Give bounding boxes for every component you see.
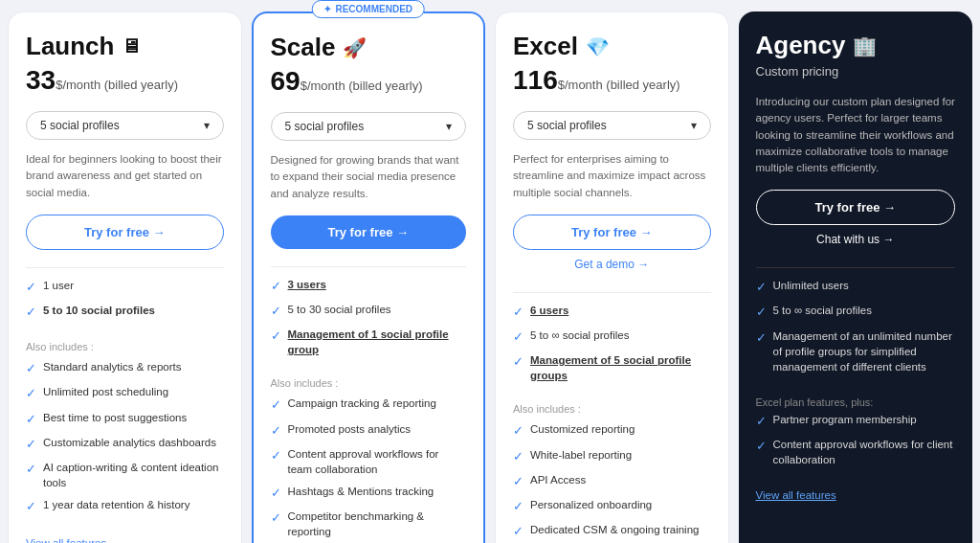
check-icon: ✓	[513, 328, 523, 346]
try-btn-launch[interactable]: Try for free →	[26, 215, 224, 250]
plan-name-launch: Launch 🖥	[26, 32, 224, 61]
list-item: ✓Competitor benchmarking & reporting	[271, 509, 467, 539]
star-icon: ✦	[323, 4, 331, 14]
list-item: ✓Unlimited post scheduling	[26, 384, 224, 402]
profiles-dropdown-scale[interactable]: 5 social profiles ▾	[271, 112, 467, 141]
check-icon: ✓	[271, 485, 281, 502]
plan-price-launch: 33$/month (billed yearly)	[26, 65, 224, 96]
list-item: ✓1 user	[26, 278, 224, 296]
list-item: ✓Content approval workflows for client c…	[756, 437, 956, 467]
additional-features-launch: ✓Standard analytics & reports ✓Unlimited…	[26, 359, 224, 522]
check-icon: ✓	[271, 447, 281, 464]
plan-name-scale: Scale 🚀	[271, 33, 467, 62]
pricing-grid: Launch 🖥 33$/month (billed yearly) 5 soc…	[8, 11, 972, 543]
list-item: ✓6 users	[513, 303, 711, 321]
check-icon: ✓	[271, 396, 281, 414]
check-icon: ✓	[271, 278, 281, 295]
chevron-down-icon: ▾	[204, 119, 210, 132]
agency-icon: 🏢	[853, 34, 877, 57]
list-item: ✓Best time to post suggestions	[26, 410, 224, 428]
list-item: ✓Standard analytics & reports	[26, 359, 224, 377]
try-btn-excel[interactable]: Try for free →	[513, 215, 711, 250]
plan-description-scale: Designed for growing brands that want to…	[271, 152, 467, 202]
list-item: ✓AI caption-writing & content ideation t…	[26, 460, 224, 490]
core-features-launch: ✓1 user ✓5 to 10 social profiles	[26, 278, 224, 328]
list-item: ✓Management of 5 social profile groups	[513, 352, 711, 383]
recommended-badge: ✦ RECOMMENDED	[311, 0, 425, 18]
list-item: ✓Partner program membership	[756, 412, 956, 430]
check-icon: ✓	[513, 498, 523, 515]
list-item: ✓5 to 30 social profiles	[271, 302, 467, 320]
check-icon: ✓	[271, 303, 281, 320]
core-features-excel: ✓6 users ✓5 to ∞ social profiles ✓Manage…	[513, 303, 711, 391]
plan-header-excel: Excel 💎 116$/month (billed yearly)	[513, 32, 711, 105]
check-icon: ✓	[26, 304, 36, 321]
check-icon: ✓	[756, 329, 767, 347]
list-item: ✓Content approval workflows for team col…	[271, 446, 467, 477]
list-item: ✓5 to ∞ social profiles	[756, 303, 956, 321]
check-icon: ✓	[26, 279, 36, 296]
plan-name-agency: Agency 🏢	[756, 31, 956, 60]
check-icon: ✓	[513, 353, 523, 371]
plan-card-launch: Launch 🖥 33$/month (billed yearly) 5 soc…	[8, 11, 242, 543]
divider-scale	[271, 266, 467, 267]
chat-link[interactable]: Chat with us →	[756, 233, 956, 246]
also-includes-scale: Also includes :	[271, 377, 467, 389]
view-all-agency[interactable]: View all features	[756, 489, 956, 501]
divider-excel	[513, 292, 711, 293]
try-btn-scale[interactable]: Try for free →	[271, 215, 467, 249]
excel-icon: 💎	[586, 35, 610, 58]
list-item: ✓5 to 10 social profiles	[26, 303, 224, 321]
plan-description-agency: Introducing our custom plan designed for…	[756, 94, 956, 176]
plan-header-launch: Launch 🖥 33$/month (billed yearly)	[26, 32, 224, 105]
view-all-launch[interactable]: View all features	[26, 537, 224, 543]
plan-header-scale: Scale 🚀 69$/month (billed yearly)	[271, 33, 467, 106]
list-item: ✓API Access	[513, 472, 711, 490]
check-icon: ✓	[26, 411, 36, 428]
profiles-dropdown-excel[interactable]: 5 social profiles ▾	[513, 111, 711, 140]
list-item: ✓Management of an unlimited number of pr…	[756, 328, 956, 374]
additional-features-scale: ✓Campaign tracking & reporting ✓Promoted…	[271, 396, 467, 543]
divider-launch	[26, 267, 224, 268]
check-icon: ✓	[513, 523, 523, 540]
plan-description-excel: Perfect for enterprises aiming to stream…	[513, 151, 711, 201]
chevron-down-icon: ▾	[691, 119, 697, 132]
plan-header-agency: Agency 🏢 Custom pricing	[756, 31, 956, 88]
check-icon: ✓	[271, 422, 281, 440]
list-item: ✓Management of 1 social profile group	[271, 327, 467, 357]
plan-price-excel: 116$/month (billed yearly)	[513, 65, 711, 96]
list-item: ✓Campaign tracking & reporting	[271, 396, 467, 414]
get-demo-link[interactable]: Get a demo →	[513, 258, 711, 271]
list-item: ✓Customized reporting	[513, 421, 711, 440]
list-item: ✓3 users	[271, 277, 467, 295]
check-icon: ✓	[26, 385, 36, 402]
list-item: ✓Dedicated CSM & ongoing training	[513, 522, 711, 540]
core-features-agency: ✓Unlimited users ✓5 to ∞ social profiles…	[756, 278, 956, 381]
list-item: ✓5 to ∞ social profiles	[513, 328, 711, 346]
list-item: ✓Customizable analytics dashboards	[26, 435, 224, 453]
check-icon: ✓	[513, 448, 523, 465]
list-item: ✓Unlimited users	[756, 278, 956, 296]
list-item: ✓Personalized onboarding	[513, 497, 711, 515]
plan-price-agency: Custom pricing	[756, 64, 956, 79]
plan-card-agency: Agency 🏢 Custom pricing Introducing our …	[739, 11, 973, 543]
check-icon: ✓	[513, 473, 523, 490]
check-icon: ✓	[271, 328, 281, 345]
check-icon: ✓	[756, 438, 767, 455]
plan-price-scale: 69$/month (billed yearly)	[271, 66, 467, 97]
check-icon: ✓	[26, 461, 36, 478]
check-icon: ✓	[26, 360, 36, 377]
check-icon: ✓	[271, 509, 281, 527]
profiles-dropdown-launch[interactable]: 5 social profiles ▾	[26, 111, 224, 140]
try-btn-agency[interactable]: Try for free →	[756, 190, 956, 225]
list-item: ✓Promoted posts analytics	[271, 421, 467, 440]
check-icon: ✓	[756, 279, 767, 296]
additional-features-excel: ✓Customized reporting ✓White-label repor…	[513, 421, 711, 543]
plan-card-scale: ✦ RECOMMENDED Scale 🚀 69$/month (billed …	[252, 11, 486, 543]
check-icon: ✓	[26, 436, 36, 453]
list-item: ✓1 year data retention & history	[26, 497, 224, 515]
plan-card-excel: Excel 💎 116$/month (billed yearly) 5 soc…	[495, 11, 729, 543]
core-features-scale: ✓3 users ✓5 to 30 social profiles ✓Manag…	[271, 277, 467, 365]
check-icon: ✓	[26, 498, 36, 515]
additional-features-agency: ✓Partner program membership ✓Content app…	[756, 412, 956, 474]
